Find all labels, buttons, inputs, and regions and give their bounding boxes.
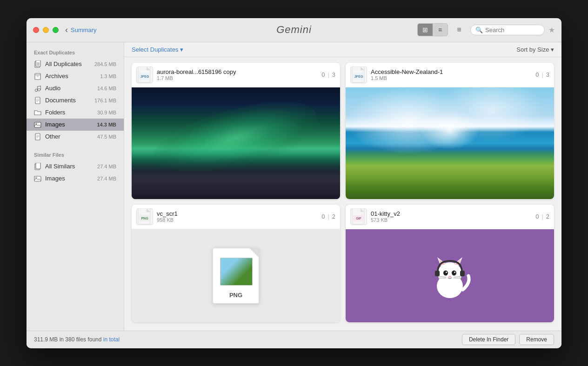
- kitty-image: [346, 229, 554, 322]
- grid-view-button[interactable]: ⊞: [418, 24, 433, 36]
- aurora-filesize: 1.7 MB: [157, 75, 318, 81]
- status-text: 311.9 MB in 380 files found in total: [34, 336, 120, 343]
- svg-point-10: [38, 88, 40, 91]
- card-kitty[interactable]: GIF 01-kitty_v2 573 KB 0 | 2: [346, 205, 554, 322]
- kitty-info: 01-kitty_v2 573 KB: [371, 210, 532, 223]
- all-duplicates-label: All Duplicates: [45, 60, 91, 67]
- sidebar-item-archives[interactable]: Archives 1.3 MB: [27, 70, 124, 82]
- all-duplicates-icon: [34, 60, 41, 68]
- kitty-count-total: 2: [546, 213, 549, 220]
- audio-icon: [34, 85, 41, 92]
- summary-link[interactable]: Summary: [71, 27, 97, 33]
- card-vcscr-header: PNG vc_scr1 958 KB 0 | 2: [132, 205, 340, 229]
- nz-filename: Accessible-New-Zealand-1: [371, 68, 532, 75]
- archives-icon: [34, 73, 41, 80]
- nz-file-type-icon: JPEG: [350, 67, 367, 83]
- panel-toolbar: Select Duplicates ▾ Sort by Size ▾: [124, 42, 561, 57]
- documents-icon: [34, 97, 41, 104]
- back-button[interactable]: ‹: [65, 25, 68, 35]
- nz-image-area: [346, 87, 554, 199]
- search-icon: 🔍: [475, 27, 483, 33]
- fullscreen-button[interactable]: [53, 27, 59, 33]
- app-title: Gemini: [276, 24, 312, 36]
- documents-size: 176.1 MB: [94, 98, 116, 103]
- sidebar-item-all-duplicates[interactable]: All Duplicates 284.5 MB: [27, 58, 124, 70]
- aurora-file-type-icon: JPEG: [136, 67, 153, 83]
- other-size: 47.5 MB: [97, 134, 116, 140]
- svg-point-47: [448, 276, 451, 278]
- kitty-count-selected: 0: [535, 213, 539, 220]
- aurora-image: [132, 87, 340, 199]
- card-nz-header: JPEG Accessible-New-Zealand-1 1.5 MB 0 |…: [346, 63, 554, 87]
- images-similar-icon: [34, 175, 41, 182]
- sidebar-item-other[interactable]: Other 47.5 MB: [27, 131, 124, 143]
- svg-point-46: [454, 272, 455, 273]
- kitty-filesize: 573 KB: [371, 217, 532, 223]
- sidebar-item-all-similars[interactable]: All Similars 27.4 MB: [27, 160, 124, 173]
- delete-in-finder-button[interactable]: Delete In Finder: [462, 334, 515, 345]
- nz-filesize: 1.5 MB: [371, 75, 532, 81]
- kitty-image-area: [346, 229, 554, 322]
- svg-point-9: [35, 89, 38, 91]
- sort-by-button[interactable]: Sort by Size ▾: [516, 46, 554, 53]
- menu-button[interactable]: ≡: [452, 24, 467, 36]
- search-input[interactable]: [485, 27, 540, 33]
- vcscr-image-area: PNG: [132, 229, 340, 322]
- statusbar-actions: Delete In Finder Remove: [462, 334, 554, 345]
- select-duplicates-label: Select Duplicates: [132, 46, 178, 53]
- sort-arrow-icon: ▾: [551, 46, 554, 53]
- audio-size: 14.6 MB: [97, 86, 116, 91]
- main-content: Exact Duplicates All Duplicates 284.5 MB: [27, 42, 561, 331]
- svg-rect-52: [435, 271, 440, 276]
- documents-label: Documents: [45, 97, 91, 104]
- select-duplicates-arrow-icon: ▾: [180, 46, 183, 53]
- aurora-filename: aurora-boreal...6158196 copy: [157, 68, 318, 75]
- images-label: Images: [45, 121, 93, 128]
- images-icon: [34, 121, 41, 128]
- card-vcscr[interactable]: PNG vc_scr1 958 KB 0 | 2: [132, 205, 340, 322]
- images-similar-label: Images: [45, 175, 94, 182]
- nz-image: [346, 87, 554, 199]
- gemini-logo: Gemini: [276, 24, 312, 35]
- traffic-lights: [33, 27, 59, 33]
- bookmark-icon[interactable]: ★: [548, 26, 555, 34]
- svg-rect-53: [460, 271, 465, 276]
- sidebar-item-documents[interactable]: Documents 176.1 MB: [27, 94, 124, 106]
- images-similar-size: 27.4 MB: [97, 176, 116, 181]
- minimize-button[interactable]: [43, 27, 49, 33]
- all-duplicates-size: 284.5 MB: [94, 61, 116, 67]
- sidebar-item-images-similar[interactable]: Images 27.4 MB: [27, 173, 124, 185]
- nz-count-selected: 0: [535, 71, 539, 78]
- sidebar-item-folders[interactable]: Folders 30.9 MB: [27, 106, 124, 119]
- app-window: ‹ Summary Gemini ⊞ ≡ ≡ 🔍 ★ Exact Duplica…: [27, 18, 561, 348]
- aurora-count-selected: 0: [321, 71, 325, 78]
- close-button[interactable]: [33, 27, 39, 33]
- vcscr-file-type-icon: PNG: [136, 208, 153, 225]
- svg-rect-1: [36, 60, 40, 67]
- all-similars-size: 27.4 MB: [97, 164, 116, 169]
- back-chevron-icon: ‹: [65, 25, 68, 35]
- sidebar: Exact Duplicates All Duplicates 284.5 MB: [27, 42, 124, 331]
- remove-button[interactable]: Remove: [519, 334, 554, 345]
- nz-count-total: 3: [546, 71, 549, 78]
- card-aurora[interactable]: JPEG aurora-boreal...6158196 copy 1.7 MB…: [132, 63, 340, 199]
- sidebar-item-audio[interactable]: Audio 14.6 MB: [27, 82, 124, 94]
- vcscr-image: PNG: [132, 229, 340, 322]
- svg-point-45: [446, 272, 447, 273]
- select-duplicates-button[interactable]: Select Duplicates ▾: [132, 46, 183, 53]
- card-kitty-header: GIF 01-kitty_v2 573 KB 0 | 2: [346, 205, 554, 229]
- other-label: Other: [45, 133, 94, 140]
- card-nz[interactable]: JPEG Accessible-New-Zealand-1 1.5 MB 0 |…: [346, 63, 554, 199]
- search-box[interactable]: 🔍: [470, 25, 545, 35]
- vcscr-count-selected: 0: [321, 213, 325, 220]
- exact-duplicates-label: Exact Duplicates: [27, 48, 124, 58]
- sidebar-item-images[interactable]: Images 14.3 MB: [27, 119, 124, 131]
- svg-text:JPEG: JPEG: [354, 75, 363, 78]
- other-icon: [34, 133, 41, 140]
- sort-by-label: Sort by Size: [516, 46, 549, 53]
- statusbar: 311.9 MB in 380 files found in total Del…: [27, 331, 561, 348]
- toolbar-right: ⊞ ≡ ≡ 🔍 ★: [417, 23, 555, 36]
- svg-point-43: [443, 270, 448, 275]
- list-view-button[interactable]: ≡: [433, 24, 448, 36]
- nz-info: Accessible-New-Zealand-1 1.5 MB: [371, 68, 532, 81]
